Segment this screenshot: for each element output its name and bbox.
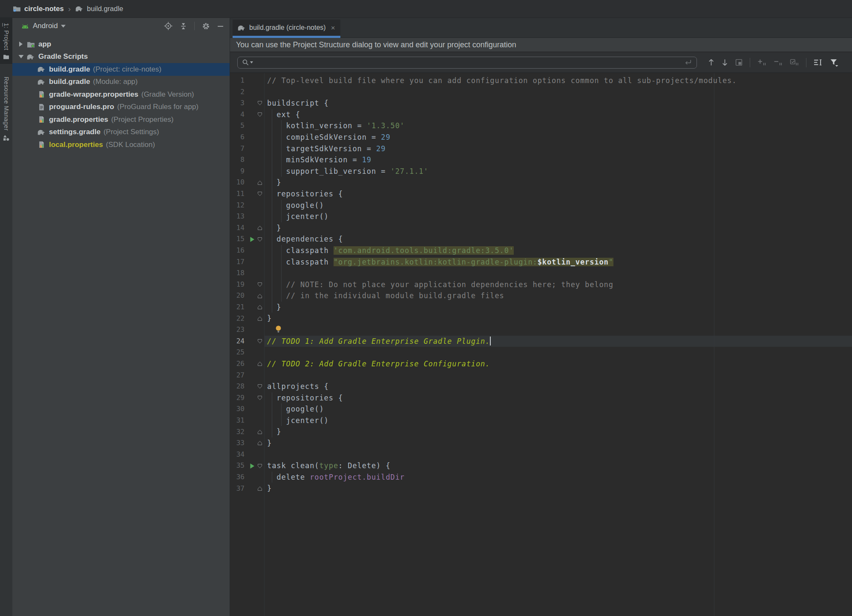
hide-panel-icon[interactable] <box>217 23 224 29</box>
tree-item[interactable]: proguard-rules.pro(ProGuard Rules for ap… <box>12 101 230 114</box>
filter-results-icon[interactable] <box>830 58 838 67</box>
textfile-icon <box>37 104 46 111</box>
search-options-chevron-icon[interactable] <box>250 61 253 63</box>
tool-button-project[interactable]: 1: Project <box>0 18 12 64</box>
project-panel-header: Android <box>12 18 230 34</box>
breadcrumb-file[interactable]: build.gradle <box>75 5 123 13</box>
fold-marker-icon[interactable] <box>257 188 263 200</box>
breadcrumb-project[interactable]: circle-notes <box>13 5 64 13</box>
tree-item-label: gradle-wrapper.properties <box>49 90 138 99</box>
find-in-selection-icon[interactable] <box>735 59 743 66</box>
search-icon <box>242 59 249 66</box>
fold-marker-icon[interactable] <box>257 483 263 495</box>
indent-guide <box>272 222 272 234</box>
collapse-all-icon[interactable] <box>180 23 187 30</box>
tree-item[interactable]: local.properties(SDK Location) <box>12 138 230 151</box>
code-line: } <box>230 426 852 438</box>
code-area[interactable]: // Top-level build file where you can ad… <box>230 75 852 494</box>
tab-build-gradle[interactable]: build.gradle (circle-notes) × <box>233 20 340 38</box>
prev-occurrence-icon[interactable] <box>708 59 714 66</box>
fold-marker-icon[interactable] <box>257 438 263 449</box>
line-number: 10 <box>230 177 245 188</box>
tree-item[interactable]: build.gradle(Module: app) <box>12 76 230 89</box>
fold-marker-icon[interactable] <box>257 336 263 347</box>
tree-item[interactable]: settings.gradle(Project Settings) <box>12 126 230 139</box>
code-line: // TODO 1: Add Gradle Enterprise Gradle … <box>230 336 852 347</box>
multicursor-icon[interactable] <box>814 59 823 66</box>
tree-item-annotation: (ProGuard Rules for app) <box>117 103 199 111</box>
stripe-shapes-icon <box>3 135 9 141</box>
code-token: } <box>267 427 281 436</box>
tree-item[interactable]: build.gradle(Project: circle-notes) <box>12 63 230 76</box>
indent-guide <box>272 392 272 404</box>
fold-marker-icon[interactable] <box>257 381 263 392</box>
intention-bulb-icon[interactable] <box>275 325 282 335</box>
fold-marker-icon[interactable] <box>257 460 263 472</box>
chevron-down-icon[interactable] <box>61 25 66 28</box>
fold-marker-icon[interactable] <box>257 222 263 234</box>
newline-icon[interactable] <box>684 59 692 66</box>
tree-item[interactable]: gradle.properties(Project Properties) <box>12 113 230 126</box>
run-gutter-icon[interactable] <box>250 233 256 245</box>
fold-marker-icon[interactable] <box>257 313 263 325</box>
tree-item-annotation: (Gradle Version) <box>141 90 194 99</box>
fold-marker-icon[interactable] <box>257 233 263 245</box>
code-line: } <box>230 222 852 234</box>
code-editor[interactable]: // Top-level build file where you can ad… <box>230 73 852 616</box>
code-line: dependencies { <box>230 233 852 245</box>
line-number: 2 <box>230 86 245 98</box>
expand-arrow-icon[interactable] <box>16 55 26 59</box>
line-number: 31 <box>230 415 245 426</box>
fold-marker-icon[interactable] <box>257 177 263 188</box>
line-number: 18 <box>230 268 245 279</box>
tree-item-label: build.gradle <box>49 65 90 74</box>
expand-arrow-icon[interactable] <box>16 41 26 47</box>
code-line: buildscript { <box>230 98 852 109</box>
indent-guide <box>272 302 272 313</box>
fold-marker-icon[interactable] <box>257 290 263 302</box>
code-line: classpath "org.jetbrains.kotlin:kotlin-g… <box>230 256 852 268</box>
code-token: // NOTE: Do not place your application d… <box>267 280 613 289</box>
toolbar-separator <box>806 58 806 67</box>
fold-marker-icon[interactable] <box>257 279 263 291</box>
fold-marker-icon[interactable] <box>257 109 263 121</box>
line-number: 33 <box>230 438 245 449</box>
line-number: 1 <box>230 75 245 86</box>
code-token: 19 <box>362 155 371 164</box>
code-token: jcenter() <box>267 212 329 221</box>
add-occurrence-icon[interactable] <box>757 59 766 66</box>
stripe-folder-icon <box>3 54 9 60</box>
select-all-occurrences-icon[interactable] <box>790 59 799 66</box>
locate-file-icon[interactable] <box>164 22 173 30</box>
code-token: } <box>267 303 281 311</box>
tree-item[interactable]: Gradle Scripts <box>12 51 230 63</box>
code-token: '27.1.1' <box>391 167 429 176</box>
toolbar-separator <box>194 22 195 30</box>
fold-marker-icon[interactable] <box>257 302 263 313</box>
code-token: 29 <box>376 144 386 153</box>
tree-item[interactable]: gradle-wrapper.properties(Gradle Version… <box>12 88 230 101</box>
settings-gear-icon[interactable] <box>202 22 210 30</box>
elephant-icon <box>37 79 46 85</box>
fold-marker-icon[interactable] <box>257 358 263 370</box>
close-icon[interactable]: × <box>331 24 335 32</box>
code-line: } <box>230 483 852 494</box>
tool-button-resource-manager[interactable]: Resource Manager <box>0 72 12 145</box>
fold-marker-icon[interactable] <box>257 98 263 109</box>
next-occurrence-icon[interactable] <box>722 59 728 66</box>
tree-item-label: Gradle Scripts <box>38 52 88 61</box>
code-token: support_lib_version = <box>267 167 391 176</box>
fold-marker-icon[interactable] <box>257 426 263 438</box>
tree-item[interactable]: app <box>12 38 230 51</box>
run-gutter-icon[interactable] <box>250 460 256 472</box>
code-token: // TODO 1: Add Gradle Enterprise Gradle … <box>267 337 490 345</box>
code-line: } <box>230 313 852 324</box>
fold-marker-icon[interactable] <box>257 392 263 404</box>
view-selector[interactable]: Android <box>33 22 58 30</box>
line-number: 12 <box>230 200 245 211</box>
indent-guide <box>281 154 282 166</box>
remove-occurrence-icon[interactable] <box>774 59 783 66</box>
code-token: compileSdkVersion = <box>267 133 381 141</box>
search-input[interactable] <box>237 57 697 69</box>
indent-guide <box>272 245 272 256</box>
